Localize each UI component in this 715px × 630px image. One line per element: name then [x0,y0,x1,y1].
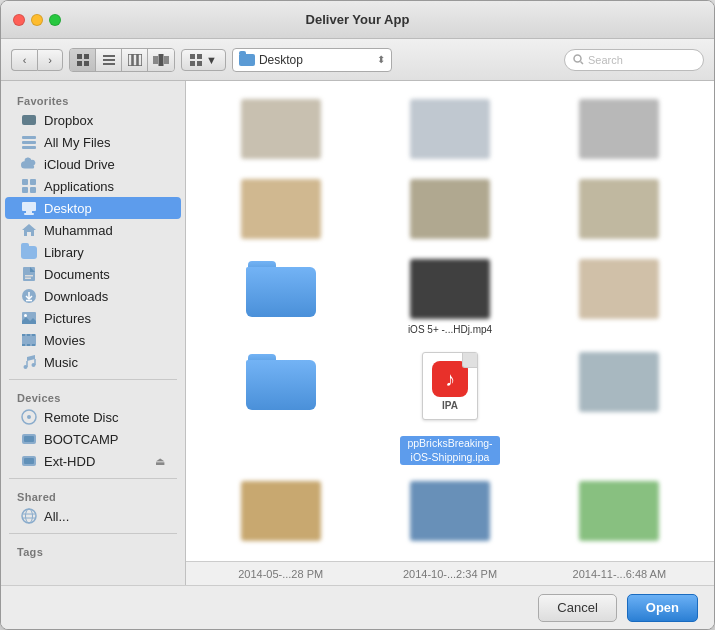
favorites-header: Favorites [1,89,185,109]
svg-rect-20 [22,136,36,139]
column-view-button[interactable] [122,49,148,71]
maximize-button[interactable] [49,14,61,26]
file-item-8[interactable]: iOS 5+ -...HDj.mp4 [365,251,534,344]
sidebar-item-muhammad[interactable]: Muhammad [5,219,181,241]
svg-rect-4 [103,55,115,57]
svg-rect-40 [27,334,30,336]
sidebar-item-all[interactable]: All... [5,505,181,527]
svg-rect-13 [190,54,195,59]
title-bar: Deliver Your App [1,1,714,39]
main-content: Favorites Dropbox All My Files iCloud Dr… [1,81,714,585]
sidebar-item-all-my-files[interactable]: All My Files [5,131,181,153]
svg-rect-32 [25,278,31,280]
svg-rect-24 [30,179,36,185]
icon-view-button[interactable] [70,49,96,71]
svg-rect-5 [103,59,115,61]
file-area: iOS 5+ -...HDj.mp4 [186,81,714,585]
status-bar: 2014-05-...28 PM 2014-10-...2:34 PM 2014… [186,561,714,585]
file-item-7[interactable] [196,251,365,344]
search-box[interactable]: Search [564,49,704,71]
file-item-3[interactable] [535,91,704,171]
file-item-4[interactable] [196,171,365,251]
file-item-9[interactable] [535,251,704,344]
path-selector[interactable]: Desktop ⬍ [232,48,392,72]
svg-point-50 [27,415,31,419]
svg-rect-43 [27,344,30,346]
sidebar-label-pictures: Pictures [44,311,91,326]
svg-rect-12 [164,56,169,64]
forward-button[interactable]: › [37,49,63,71]
svg-rect-52 [24,436,34,442]
sidebar-item-desktop[interactable]: Desktop [5,197,181,219]
svg-line-18 [581,62,584,65]
sidebar-label-all: All... [44,509,69,524]
globe-icon [21,508,37,524]
search-placeholder: Search [588,54,623,66]
sidebar-item-remote-disc[interactable]: Remote Disc [5,406,181,428]
sidebar-item-ext-hdd[interactable]: Ext-HDD ⏏ [5,450,181,472]
minimize-button[interactable] [31,14,43,26]
file-thumbnail-8 [410,259,490,319]
sidebar-label-movies: Movies [44,333,85,348]
list-view-button[interactable] [96,49,122,71]
file-item-10[interactable] [196,344,365,473]
sidebar-divider-1 [9,379,177,380]
sidebar-item-applications[interactable]: Applications [5,175,181,197]
file-item-15[interactable] [535,473,704,553]
sidebar-label-remote-disc: Remote Disc [44,410,118,425]
file-item-14[interactable] [365,473,534,553]
search-icon [573,54,584,65]
view-toggle [69,48,175,72]
file-item-5[interactable] [365,171,534,251]
applications-icon [21,178,37,194]
svg-point-17 [574,55,581,62]
sidebar-item-documents[interactable]: Documents [5,263,181,285]
svg-rect-31 [25,275,33,277]
traffic-lights [13,14,61,26]
cancel-button[interactable]: Cancel [538,594,616,622]
sidebar-item-music[interactable]: Music [5,351,181,373]
sidebar-label-music: Music [44,355,78,370]
svg-rect-21 [22,141,36,144]
eject-icon[interactable]: ⏏ [155,455,165,468]
svg-rect-1 [84,54,89,59]
file-thumbnail-10 [241,352,321,412]
back-button[interactable]: ‹ [11,49,37,71]
file-item-ipa[interactable]: ♪ IPA ppBricksBreaking-iOS-Shipping.ipa [365,344,534,473]
arrange-button[interactable]: ▼ [181,49,226,71]
svg-rect-39 [22,334,25,336]
svg-rect-10 [153,56,158,64]
file-item-2[interactable] [365,91,534,171]
nav-buttons: ‹ › [11,49,63,71]
close-button[interactable] [13,14,25,26]
sidebar-item-downloads[interactable]: Downloads [5,285,181,307]
sidebar-item-bootcamp[interactable]: BOOTCAMP [5,428,181,450]
movies-icon [21,332,37,348]
open-button[interactable]: Open [627,594,698,622]
sidebar-item-pictures[interactable]: Pictures [5,307,181,329]
ipa-file-label: ppBricksBreaking-iOS-Shipping.ipa [400,436,500,465]
file-thumbnail-9 [579,259,659,319]
sidebar-item-library[interactable]: Library [5,241,181,263]
svg-rect-14 [197,54,202,59]
svg-rect-22 [22,146,36,149]
file-item-6[interactable] [535,171,704,251]
coverflow-view-button[interactable] [148,49,174,71]
sidebar-item-movies[interactable]: Movies [5,329,181,351]
file-item-12[interactable] [535,344,704,473]
sidebar-item-icloud-drive[interactable]: iCloud Drive [5,153,181,175]
file-thumbnail-12 [579,352,659,412]
svg-point-47 [24,365,28,369]
file-thumbnail-4 [241,179,321,239]
sidebar-label-dropbox: Dropbox [44,113,93,128]
file-item-1[interactable] [196,91,365,171]
svg-point-48 [32,363,36,367]
path-label: Desktop [259,53,303,67]
svg-rect-9 [138,54,142,66]
sidebar-label-muhammad: Muhammad [44,223,113,238]
file-item-13[interactable] [196,473,365,553]
file-thumbnail-3 [579,99,659,159]
file-thumbnail-1 [241,99,321,159]
pictures-icon [21,310,37,326]
sidebar-item-dropbox[interactable]: Dropbox [5,109,181,131]
